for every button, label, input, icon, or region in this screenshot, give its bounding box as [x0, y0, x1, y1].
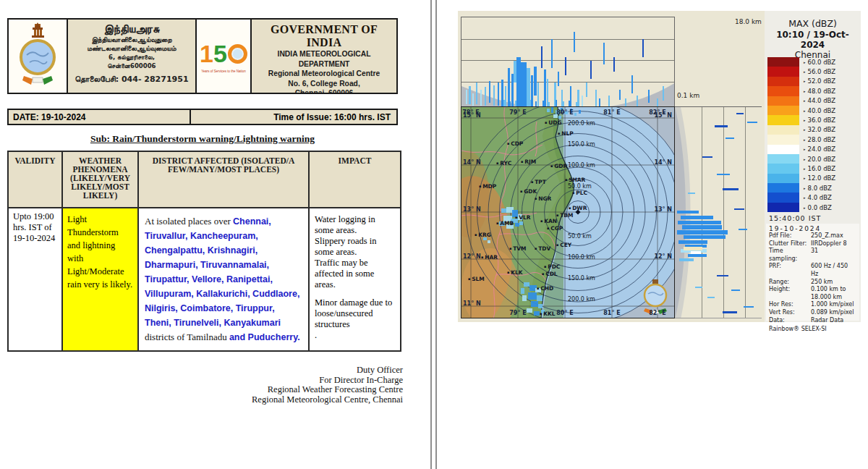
- letterhead: இந்தியஅரசு இந்தியவானிலைஆய்வுதுறை மண்டலவா…: [7, 18, 398, 94]
- radar-echo: [603, 43, 605, 64]
- station-label: PLC: [572, 190, 587, 196]
- radar-echo: [577, 90, 579, 106]
- districts-cell: At isolated places over Chennai, Tiruval…: [138, 208, 309, 351]
- radar-echo: [677, 211, 699, 214]
- impact-line: Slippery roads in some areas.: [315, 236, 395, 258]
- metadata-row: Data: Radar Data: [769, 317, 856, 325]
- latitude-label: 12° N: [463, 253, 481, 260]
- radar-echo: [535, 101, 537, 106]
- header-impact: IMPACT: [309, 151, 401, 208]
- dbz-label: 40.0 dBZ: [804, 107, 835, 114]
- radar-map: 78° E79° E80° E81° E82° E79° E80° E81° E…: [461, 106, 675, 318]
- metadata-value: 600 Hz / 450 Hz: [811, 263, 856, 278]
- station-label: NLP: [558, 130, 574, 137]
- metadata-key: Range:: [769, 279, 811, 287]
- radar-echo: [678, 240, 707, 244]
- impact-line: Traffic may be affected in some areas.: [315, 258, 395, 290]
- metadata-key: PRF:: [769, 263, 811, 278]
- radar-echo: [521, 62, 527, 106]
- radar-echo: [736, 113, 744, 114]
- radar-echo: [707, 297, 715, 298]
- radar-echo: [476, 83, 477, 104]
- district-segment: Chennai, Tiruvallur, Kancheepuram, Cheng…: [145, 216, 299, 328]
- english-address-block: GOVERNMENT OF INDIA INDIA METEOROLOGICAL…: [252, 20, 396, 93]
- tamil-centre-line: மண்டலவானிலைஆய்வுமையம்: [68, 44, 195, 53]
- radar-echo: [541, 46, 542, 68]
- color-swatch: [767, 77, 799, 86]
- latitude-label: 13° N: [463, 206, 481, 213]
- radar-echo: [717, 174, 730, 175]
- dbz-label: 4.0 dBZ: [804, 194, 832, 201]
- radar-echo: [691, 251, 701, 254]
- longitude-label: 81° E: [603, 109, 620, 116]
- station-label: KRG: [475, 232, 491, 238]
- digit-1: 1: [200, 40, 213, 68]
- warning-table-header-row: VALIDITY WEATHER PHENOMENA (LIKELY/VERY …: [8, 151, 401, 208]
- dbz-label: 0.0 dBZ: [804, 204, 832, 211]
- dbz-label: 28.0 dBZ: [804, 136, 835, 143]
- imd-150-logo: 15 Years of Services to the Nation: [197, 20, 252, 93]
- metadata-row: Vert Res: 0.089 km/pixel: [769, 309, 856, 317]
- district-segment: districts of Tamilnadu: [145, 331, 229, 342]
- colorbar-step: 20.0 dBZ: [767, 154, 858, 164]
- radar-echo: [595, 90, 597, 106]
- colorbar-step: 8.0 dBZ: [767, 183, 858, 193]
- colorbar-step: 0.0 dBZ: [767, 203, 858, 212]
- radar-echo: [586, 83, 587, 97]
- radar-echo: [619, 90, 621, 100]
- longitude-label: 80° E: [556, 310, 573, 316]
- colorbar-step: 32.0 dBZ: [767, 125, 858, 135]
- radar-echo: [556, 100, 557, 106]
- radar-echo: [569, 101, 570, 106]
- longitude-label: 82° E: [649, 310, 665, 316]
- radar-echo: [637, 96, 638, 106]
- colorbar-step: 40.0 dBZ: [767, 106, 858, 115]
- issue-time-label: Time of Issue: 16:00 hrs. IST: [191, 110, 396, 124]
- radar-side-profile: [675, 106, 762, 318]
- radar-echo: [537, 83, 539, 106]
- dbz-label: 12.0 dBZ: [804, 174, 835, 182]
- district-segment: and Puducherry.: [229, 332, 300, 342]
- station-label: KLK: [507, 269, 523, 276]
- subject-line: Sub: Rain/Thunderstorm warning/Lightning…: [7, 133, 398, 145]
- min-height-label: 0.1 km: [677, 92, 699, 99]
- color-swatch: [767, 115, 799, 124]
- longitude-label: 79° E: [509, 109, 526, 116]
- station-label: RYC: [496, 160, 511, 166]
- colorbar-step: 56.0 dBZ: [767, 67, 858, 76]
- 150-years-icon: 15 Years of Services to the Nation: [200, 40, 247, 73]
- metadata-value: 0.089 km/pixel: [811, 309, 856, 317]
- radar-echo: [613, 57, 615, 72]
- station-label: CHD: [537, 285, 553, 292]
- color-swatch: [767, 86, 799, 96]
- station-label: CGP: [547, 225, 563, 232]
- color-swatch: [767, 174, 799, 183]
- radar-echo: [503, 100, 505, 106]
- impact-line: Minor damage due to loose/unsecured stru…: [315, 297, 395, 330]
- radar-echo: [544, 69, 546, 106]
- warning-document: இந்தியஅரசு இந்தியவானிலைஆய்வுதுறை மண்டலவா…: [0, 0, 430, 469]
- color-swatch: [767, 135, 799, 144]
- station-label: RJM: [521, 159, 536, 165]
- color-swatch: [767, 183, 799, 193]
- phenomena-cell: Light Thunderstorm and lightning with Li…: [62, 208, 138, 351]
- radar-metadata: 19-10-2024 Pdf File: 250_Z.max Clutter F…: [766, 224, 859, 321]
- radar-echo: [663, 86, 664, 101]
- latitude-label: 12° N: [654, 253, 672, 260]
- metadata-value: 1.000 km/pixel: [811, 301, 856, 309]
- impact-line: .: [315, 330, 395, 341]
- radar-echo: [625, 98, 626, 106]
- radar-legend: MAX (dBZ) 10:10 / 19-Oct-2024 Chennai 60…: [765, 11, 861, 322]
- station-label: HAR: [481, 254, 498, 261]
- latitude-label: 15° N: [463, 112, 481, 119]
- radar-echo: [642, 39, 644, 57]
- station-label: CEY: [556, 242, 571, 248]
- warning-table-data-row: Upto 19:00 hrs. IST of 19-10-2024 Light …: [8, 208, 401, 351]
- radar-top-profile: [461, 17, 675, 106]
- signature-block: Duty OfficerFor Director In-ChargeRegion…: [200, 366, 403, 405]
- colorbar-step: 12.0 dBZ: [767, 174, 858, 183]
- range-ring-label: 50.0 km: [568, 183, 592, 190]
- imd-emblem-icon: [14, 22, 61, 90]
- metadata-row: PRF: 600 Hz / 450 Hz: [769, 263, 856, 278]
- signature-line: Regional Weather Forecasting Centre: [200, 385, 403, 395]
